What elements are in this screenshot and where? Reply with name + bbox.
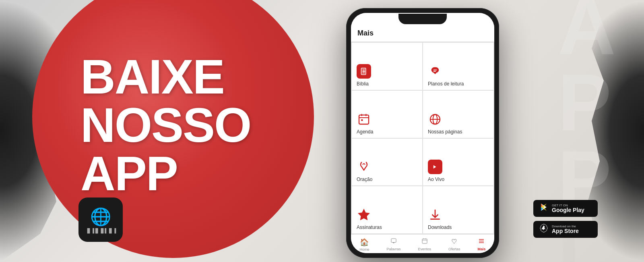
tile-nossas[interactable]: Nossas páginas	[423, 91, 493, 138]
watermark-letter-a1: A	[558, 0, 612, 64]
nav-ofertas-label: Ofertas	[448, 247, 460, 251]
app-icon[interactable]: 🌐 ▐▌▐▐▌▐▌▌▐▌▐	[78, 198, 123, 242]
app-store-icon	[539, 223, 549, 235]
watermark-letter-p1: P	[558, 64, 612, 141]
app-store-text: Download on the App Store	[552, 225, 579, 234]
store-buttons-container: GET IT ON Google Play Download on the Ap…	[533, 200, 598, 238]
nav-palavras-icon	[390, 238, 397, 246]
oracao-label: Oração	[357, 177, 372, 182]
aovivo-icon	[428, 160, 442, 174]
agenda-icon	[357, 112, 371, 127]
aovivo-label: Ao Vivo	[428, 177, 444, 182]
svg-rect-14	[391, 239, 396, 242]
phone-notch	[398, 14, 447, 24]
phone-screen: Mais Bíblia Planos de leitura	[351, 13, 494, 253]
nav-mais-icon	[478, 238, 485, 246]
app-store-button[interactable]: Download on the App Store	[533, 221, 598, 238]
planos-icon	[428, 64, 442, 79]
assinaturas-label: Assinaturas	[357, 225, 382, 230]
tile-biblia[interactable]: Bíblia	[352, 43, 422, 90]
nav-mais-label: Mais	[477, 247, 485, 251]
phone-screen-title: Mais	[357, 29, 488, 37]
nav-home-icon: 🏠	[360, 238, 369, 247]
downloads-icon	[428, 208, 442, 222]
tile-oracao[interactable]: Oração	[352, 139, 422, 186]
nav-home[interactable]: 🏠 Home	[359, 238, 369, 252]
tile-aovivo[interactable]: Ao Vivo	[423, 139, 493, 186]
assinaturas-icon	[357, 208, 371, 222]
nav-eventos-label: Eventos	[418, 247, 431, 251]
nav-eventos-icon	[421, 238, 428, 246]
biblia-icon	[357, 64, 371, 79]
nav-ofertas-icon	[451, 238, 458, 246]
phone-frame: Mais Bíblia Planos de leitura	[346, 8, 499, 258]
nav-palavras[interactable]: Palavras	[386, 238, 400, 252]
nav-eventos[interactable]: Eventos	[418, 238, 431, 252]
hero-title-line2: NOSSO	[80, 101, 251, 149]
google-play-button[interactable]: GET IT ON Google Play	[533, 200, 598, 217]
nav-home-label: Home	[359, 247, 369, 252]
svg-rect-4	[359, 115, 369, 124]
tile-downloads[interactable]: Downloads	[423, 186, 493, 233]
planos-label: Planos de leitura	[428, 81, 464, 87]
hero-title-line1: BAIXE	[80, 52, 251, 101]
hero-text-block: BAIXE NOSSO APP	[80, 52, 251, 198]
oracao-icon	[357, 160, 371, 174]
barcode-icon: ▐▌▐▐▌▐▌▌▐▌▐	[86, 228, 116, 233]
svg-rect-8	[361, 119, 363, 121]
svg-marker-12	[359, 210, 369, 220]
tile-assinaturas[interactable]: Assinaturas	[352, 186, 422, 233]
svg-marker-15	[392, 242, 394, 243]
google-play-name: Google Play	[552, 207, 584, 213]
globe-icon: 🌐	[90, 207, 111, 227]
svg-rect-16	[422, 239, 427, 243]
nav-palavras-label: Palavras	[386, 247, 400, 251]
google-play-icon	[539, 202, 549, 214]
agenda-label: Agenda	[357, 129, 373, 135]
nossas-label: Nossas páginas	[428, 129, 462, 135]
app-store-name: App Store	[552, 228, 579, 234]
nossas-icon	[428, 112, 442, 127]
tile-agenda[interactable]: Agenda	[352, 91, 422, 138]
nav-ofertas[interactable]: Ofertas	[448, 238, 460, 252]
hero-title: BAIXE NOSSO APP	[80, 52, 251, 198]
hero-title-line3: APP	[80, 149, 251, 198]
google-play-text: GET IT ON Google Play	[552, 204, 584, 213]
biblia-label: Bíblia	[357, 81, 369, 87]
phone-content-grid: Bíblia Planos de leitura Agenda	[351, 42, 494, 234]
phone-mockup: Mais Bíblia Planos de leitura	[346, 8, 499, 258]
phone-bottom-nav: 🏠 Home Palavras Eventos	[351, 234, 494, 253]
downloads-label: Downloads	[428, 225, 452, 230]
nav-mais[interactable]: Mais	[477, 238, 485, 252]
tile-planos[interactable]: Planos de leitura	[423, 43, 493, 90]
